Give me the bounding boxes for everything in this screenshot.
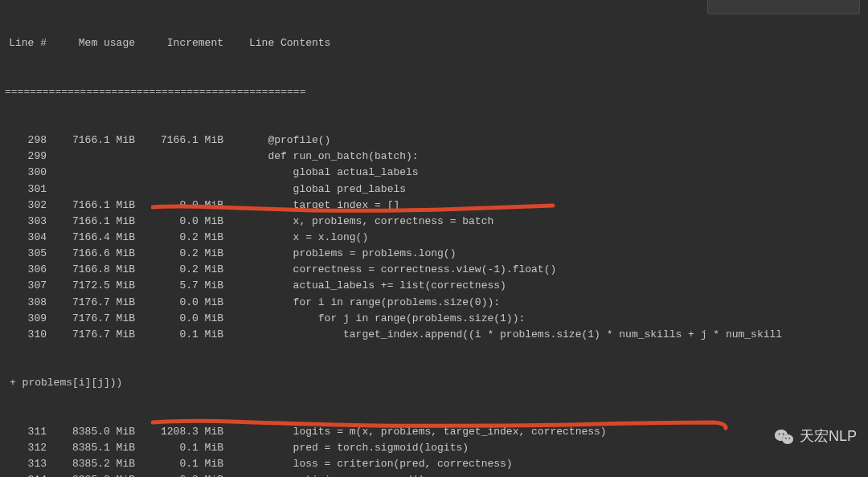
line-number: 298: [5, 132, 53, 149]
line-number: 306: [5, 262, 53, 278]
line-content: target_index.append((i * problems.size(1…: [230, 327, 868, 343]
increment: 0.1 MiB: [141, 456, 230, 472]
mem-usage: 7166.1 MiB: [53, 132, 141, 149]
increment: 0.1 MiB: [141, 440, 230, 456]
increment: 0.2 MiB: [141, 246, 230, 262]
increment: 0.0 MiB: [141, 295, 230, 311]
mem-usage: 7166.1 MiB: [53, 198, 141, 214]
mem-usage: 7172.5 MiB: [53, 278, 141, 294]
profiler-row: 3057166.6 MiB0.2 MiB problems = problems…: [5, 246, 868, 262]
mem-usage: 7166.1 MiB: [53, 214, 141, 230]
profiler-row: 3128385.1 MiB0.1 MiB pred = torch.sigmoi…: [5, 440, 868, 456]
profiler-row: 3138385.2 MiB0.1 MiB loss = criterion(pr…: [5, 456, 868, 472]
mem-usage: 8385.2 MiB: [53, 456, 141, 472]
svg-point-6: [782, 434, 793, 444]
line-number: 309: [5, 311, 53, 327]
mem-usage: 7176.7 MiB: [53, 327, 141, 343]
mem-usage: 8385.0 MiB: [53, 424, 141, 440]
line-content: problems = problems.long(): [230, 246, 868, 262]
line-content: for i in range(problems.size(0)):: [230, 295, 868, 311]
line-number: 314: [5, 472, 53, 477]
profiler-row: 3148385.2 MiB0.0 MiB optimizer.zero_grad…: [5, 472, 868, 477]
terminal-output: Line # Mem usage Increment Line Contents…: [0, 0, 868, 477]
mem-usage: [53, 165, 141, 181]
profiler-row: 3107176.7 MiB0.1 MiB target_index.append…: [5, 327, 868, 343]
profiler-row: 300 global actual_labels: [5, 165, 868, 181]
mem-usage: 8385.2 MiB: [53, 472, 141, 477]
increment: 5.7 MiB: [141, 278, 230, 294]
profiler-header: Line # Mem usage Increment Line Contents: [5, 35, 868, 51]
increment: 0.2 MiB: [141, 230, 230, 246]
line-content: x = x.long(): [230, 230, 868, 246]
profiler-row: 3067166.8 MiB0.2 MiB correctness = corre…: [5, 262, 868, 278]
line-content: @profile(): [230, 132, 868, 149]
line-number: 308: [5, 295, 53, 311]
profiler-row: 2987166.1 MiB7166.1 MiB @profile(): [5, 132, 868, 149]
line-content: global actual_labels: [230, 165, 868, 181]
increment: 0.1 MiB: [141, 327, 230, 343]
line-number: 302: [5, 198, 53, 214]
line-number: 301: [5, 181, 53, 198]
profiler-row: 3037166.1 MiB0.0 MiB x, problems, correc…: [5, 214, 868, 230]
line-content: pred = torch.sigmoid(logits): [230, 440, 868, 456]
line-content: actual_labels += list(correctness): [230, 278, 868, 294]
mem-usage: 7176.7 MiB: [53, 311, 141, 327]
svg-point-8: [782, 434, 784, 435]
line-number: 300: [5, 165, 53, 181]
line-content: optimizer.zero_grad(): [230, 472, 868, 477]
profiler-row: 3047166.4 MiB0.2 MiB x = x.long(): [5, 230, 868, 246]
wechat-icon: [774, 428, 795, 446]
line-content: loss = criterion(pred, correctness): [230, 456, 868, 472]
line-content: for j in range(problems.size(1)):: [230, 311, 868, 327]
line-content: x, problems, correctness = batch: [230, 214, 868, 230]
mem-usage: 7176.7 MiB: [53, 295, 141, 311]
line-number: 305: [5, 246, 53, 262]
mem-usage: 7166.6 MiB: [53, 246, 141, 262]
profiler-row: 3087176.7 MiB0.0 MiB for i in range(prob…: [5, 295, 868, 311]
line-number: 303: [5, 214, 53, 230]
profiler-rows: 2987166.1 MiB7166.1 MiB @profile()299 de…: [5, 132, 868, 343]
line-content: def run_on_batch(batch):: [230, 149, 868, 165]
increment: [141, 181, 230, 198]
svg-point-10: [788, 438, 790, 439]
increment: 1208.3 MiB: [141, 424, 230, 440]
line-number: 304: [5, 230, 53, 246]
mem-usage: 7166.8 MiB: [53, 262, 141, 278]
profiler-row: 3097176.7 MiB0.0 MiB for j in range(prob…: [5, 311, 868, 327]
increment: [141, 165, 230, 181]
increment: 0.0 MiB: [141, 214, 230, 230]
line-number: 312: [5, 440, 53, 456]
mem-usage: 7166.4 MiB: [53, 230, 141, 246]
svg-point-7: [778, 434, 780, 435]
search-box[interactable]: [707, 0, 860, 14]
divider: ========================================…: [5, 84, 868, 100]
watermark: 天宏NLP: [774, 426, 857, 448]
profiler-row: 299 def run_on_batch(batch):: [5, 149, 868, 165]
header-incr: Increment: [141, 35, 230, 51]
watermark-text: 天宏NLP: [800, 426, 857, 448]
mem-usage: [53, 149, 141, 165]
line-content: logits = m(x, problems, target_index, co…: [230, 424, 868, 440]
increment: 0.2 MiB: [141, 262, 230, 278]
line-number: 307: [5, 278, 53, 294]
line-content: target_index = []: [230, 198, 868, 214]
profiler-row: 301 global pred_labels: [5, 181, 868, 198]
profiler-row: 3077172.5 MiB5.7 MiB actual_labels += li…: [5, 278, 868, 294]
header-mem: Mem usage: [53, 35, 141, 51]
svg-point-9: [785, 438, 787, 439]
profiler-row: 3118385.0 MiB1208.3 MiB logits = m(x, pr…: [5, 424, 868, 440]
header-content: Line Contents: [230, 35, 868, 51]
increment: 0.0 MiB: [141, 198, 230, 214]
line-number: 313: [5, 456, 53, 472]
line-content: global pred_labels: [230, 181, 868, 198]
mem-usage: 8385.1 MiB: [53, 440, 141, 456]
header-line: Line #: [5, 35, 53, 51]
profiler-row: 3027166.1 MiB0.0 MiB target_index = []: [5, 198, 868, 214]
mem-usage: [53, 181, 141, 198]
line-number: 299: [5, 149, 53, 165]
increment: 0.0 MiB: [141, 311, 230, 327]
line-content: correctness = correctness.view(-1).float…: [230, 262, 868, 278]
increment: [141, 149, 230, 165]
line-number: 310: [5, 327, 53, 343]
profiler-rows-2: 3118385.0 MiB1208.3 MiB logits = m(x, pr…: [5, 424, 868, 477]
